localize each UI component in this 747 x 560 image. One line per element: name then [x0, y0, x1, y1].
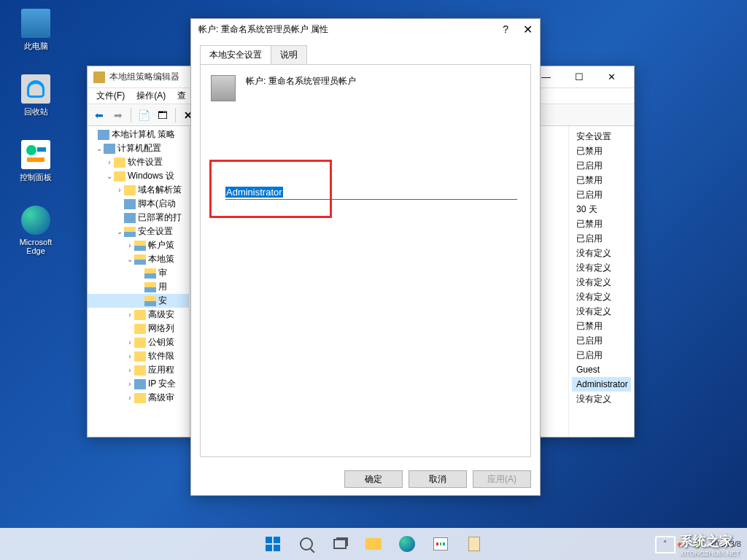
back-button[interactable]: ⬅	[90, 106, 108, 124]
apply-button[interactable]: 应用(A)	[473, 470, 531, 488]
list-item[interactable]: Guest	[572, 362, 631, 377]
windows-icon	[266, 537, 280, 551]
edge-icon	[21, 206, 50, 235]
dialog-buttons: 确定 取消 应用(A)	[191, 463, 540, 495]
store-icon	[433, 537, 448, 551]
list-item[interactable]: 没有定义	[572, 289, 631, 304]
dialog-close-button[interactable]: ✕	[523, 23, 533, 36]
tree-network-list[interactable]: 网络列	[88, 322, 189, 335]
svg-rect-2	[27, 158, 44, 162]
explorer-button[interactable]	[359, 529, 388, 559]
watermark: 系统之家 XITONGZHIJIA.NET	[655, 532, 740, 557]
tree-account-policies[interactable]: ›帐户策	[88, 238, 189, 252]
tab-local-security[interactable]: 本地安全设置	[200, 45, 271, 65]
show-hide-button[interactable]: 🗔	[154, 106, 171, 124]
policy-icon	[211, 75, 236, 101]
list-item[interactable]: 已禁用	[572, 319, 631, 333]
list-item[interactable]: 已禁用	[572, 144, 631, 158]
list-item[interactable]: 已启用	[572, 158, 631, 173]
list-item[interactable]: 已启用	[572, 187, 631, 202]
svg-point-0	[26, 145, 36, 155]
gpedit-icon	[93, 71, 105, 83]
tree-user-rights[interactable]: 用	[88, 280, 189, 294]
tree-dns-policy[interactable]: ›域名解析策	[88, 183, 189, 197]
dialog-titlebar[interactable]: 帐户: 重命名系统管理员帐户 属性 ? ✕	[191, 19, 540, 39]
icon-label: 此电脑	[10, 41, 61, 52]
tree-security-options[interactable]: 安	[88, 294, 189, 308]
taskbar: ˄ 🀄 🔋 2022/3/8	[0, 528, 747, 560]
menu-view[interactable]: 查	[171, 88, 192, 104]
watermark-text: 系统之家	[680, 534, 732, 548]
ok-button[interactable]: 确定	[344, 470, 403, 488]
tree-panel[interactable]: 本地计算机 策略 ⌄计算机配置 ›软件设置 ⌄Windows 设 ›域名解析策 …	[88, 126, 190, 437]
control-panel-icon	[21, 140, 50, 169]
desktop-icon-this-pc[interactable]: 此电脑	[10, 9, 61, 52]
store-button[interactable]	[426, 529, 455, 559]
list-item[interactable]: 没有定义	[572, 260, 631, 275]
tree-computer-config[interactable]: ⌄计算机配置	[88, 141, 189, 155]
list-item[interactable]: 安全设置	[572, 129, 631, 144]
search-button[interactable]	[292, 529, 321, 559]
tree-windows-settings[interactable]: ⌄Windows 设	[88, 169, 189, 183]
watermark-logo-icon	[655, 536, 676, 553]
search-icon	[300, 537, 313, 551]
menu-action[interactable]: 操作(A)	[131, 88, 171, 104]
start-button[interactable]	[258, 529, 287, 559]
folder-icon	[365, 538, 382, 550]
tab-description[interactable]: 说明	[271, 45, 307, 65]
list-item[interactable]: 已启用	[572, 231, 631, 246]
value-list[interactable]: 安全设置已禁用已启用已禁用已启用30 天已禁用已启用没有定义没有定义没有定义没有…	[572, 129, 631, 406]
list-item[interactable]: 已启用	[572, 333, 631, 348]
rename-admin-input[interactable]: Administrator	[225, 185, 517, 200]
list-item[interactable]: Administrator	[572, 377, 631, 392]
properties-dialog: 帐户: 重命名系统管理员帐户 属性 ? ✕ 本地安全设置 说明 帐户: 重命名系…	[190, 18, 541, 496]
up-button[interactable]: 📄	[135, 106, 152, 124]
tree-root[interactable]: 本地计算机 策略	[88, 128, 189, 141]
document-icon	[468, 537, 480, 551]
list-item[interactable]: 没有定义	[572, 304, 631, 319]
icon-label: 控制面板	[10, 172, 61, 183]
task-view-icon	[333, 539, 347, 549]
list-item[interactable]: 没有定义	[572, 392, 631, 406]
dialog-title: 帐户: 重命名系统管理员帐户 属性	[198, 23, 503, 36]
list-item[interactable]: 没有定义	[572, 275, 631, 289]
cancel-button[interactable]: 取消	[409, 470, 467, 488]
tree-scripts[interactable]: 脚本(启动	[88, 197, 189, 211]
tree-pki[interactable]: ›公钥策	[88, 335, 189, 349]
tree-deployed[interactable]: 已部署的打	[88, 211, 189, 225]
tree-local-policies[interactable]: ⌄本地策	[88, 252, 189, 266]
edge-button[interactable]	[392, 529, 422, 559]
help-button[interactable]: ?	[503, 23, 508, 35]
forward-button[interactable]: ➡	[109, 106, 127, 124]
watermark-sub: XITONGZHIJIA.NET	[680, 550, 740, 557]
tree-software-settings[interactable]: ›软件设置	[88, 155, 189, 169]
tree-advanced-security[interactable]: ›高级安	[88, 308, 189, 322]
tree-audit[interactable]: 审	[88, 266, 189, 280]
tab-content: 帐户: 重命名系统管理员帐户 Administrator	[200, 64, 531, 457]
tree-software-restrict[interactable]: ›软件限	[88, 349, 189, 363]
svg-rect-1	[37, 147, 46, 152]
input-selected-text: Administrator	[225, 187, 283, 198]
bin-icon	[21, 74, 50, 104]
tree-advanced-audit[interactable]: ›高级审	[88, 391, 189, 405]
list-item[interactable]: 已禁用	[572, 173, 631, 187]
icon-label: Microsoft Edge	[10, 238, 61, 255]
close-button[interactable]: ✕	[595, 67, 628, 88]
gpedit-taskbar-button[interactable]	[460, 529, 489, 559]
tab-strip: 本地安全设置 说明	[191, 39, 540, 65]
menu-file[interactable]: 文件(F)	[90, 88, 131, 104]
desktop-icon-edge[interactable]: Microsoft Edge	[10, 206, 61, 255]
maximize-button[interactable]: ☐	[562, 67, 595, 88]
desktop-icon-recycle-bin[interactable]: 回收站	[10, 74, 61, 117]
tree-ip-security[interactable]: ›IP 安全	[88, 377, 189, 391]
list-item[interactable]: 已禁用	[572, 217, 631, 231]
task-view-button[interactable]	[325, 529, 355, 559]
list-item[interactable]: 30 天	[572, 202, 631, 217]
tree-security-settings[interactable]: ⌄安全设置	[88, 225, 189, 238]
icon-label: 回收站	[10, 106, 61, 117]
list-item[interactable]: 已启用	[572, 348, 631, 362]
list-item[interactable]: 没有定义	[572, 246, 631, 260]
tree-app-control[interactable]: ›应用程	[88, 363, 189, 377]
desktop-icon-control-panel[interactable]: 控制面板	[10, 140, 61, 183]
pc-icon	[21, 9, 50, 38]
